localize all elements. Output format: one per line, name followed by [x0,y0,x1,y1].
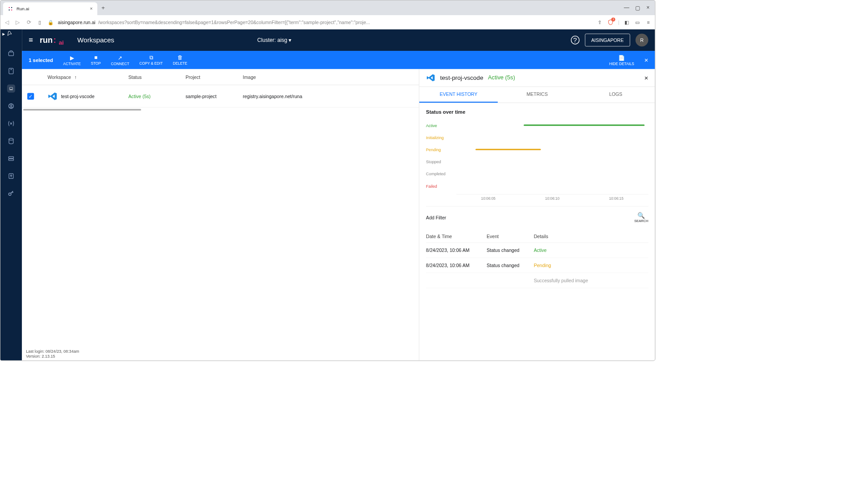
close-selection-icon[interactable]: × [645,56,649,64]
chevron-right-icon: ▶ [2,32,5,35]
hamburger-icon[interactable]: ≡ [29,36,33,45]
tenant-button[interactable]: AISINGAPORE [585,34,630,47]
event-row: 8/24/2023, 10:06 AMStatus changedActive [426,243,648,258]
nav-reload-icon[interactable]: ⟳ [25,17,33,26]
status-over-time-title: Status over time [426,109,648,115]
help-icon[interactable]: ? [570,36,579,45]
bookmark-icon[interactable]: ▯ [37,19,43,25]
tab-logs[interactable]: LOGS [576,87,655,103]
search-icon: 🔍 [637,212,645,219]
event-row: 8/24/2023, 10:06 AMStatus changedPending [426,258,648,273]
browser-titlebar: Run.ai × + — ▢ × [0,0,655,15]
details-status: Active (5s) [488,74,515,81]
browser-tab[interactable]: Run.ai × [3,2,97,15]
window-close-icon[interactable]: × [646,4,649,11]
rail-brain-icon[interactable] [7,102,15,110]
ev-col-details: Details [534,234,649,239]
sidepanel-icon[interactable]: ◧ [624,19,630,25]
search-button[interactable]: 🔍 SEARCH [634,212,648,223]
connect-icon: ↗ [118,54,122,61]
rail-deployments-icon[interactable] [7,67,15,75]
state-active: Active [426,123,456,128]
col-status[interactable]: Status [123,74,180,79]
rail-jobs-icon[interactable] [7,49,15,58]
details-icon: 📄 [618,54,625,61]
browser-toolbar: ◁ ▷ ⟳ ▯ 🔒 aisingapore.run.ai /workspaces… [0,15,655,29]
details-title: test-proj-vscode [440,74,484,81]
vscode-icon [47,91,58,101]
rail-secrets-icon[interactable] [7,190,15,198]
menu-icon[interactable]: ≡ [645,19,652,25]
hide-details-button[interactable]: 📄HIDE DETAILS [609,54,634,66]
col-project[interactable]: Project [180,74,237,79]
stop-icon: ■ [94,54,97,61]
lock-icon: 🔒 [47,19,54,25]
svg-point-14 [8,193,11,196]
copy-icon: ⧉ [149,54,153,61]
sort-asc-icon: ↑ [74,74,77,79]
table-scrollbar[interactable] [22,107,419,112]
add-filter-label[interactable]: Add Filter [426,214,446,220]
side-rail [0,29,22,361]
ev-col-datetime: Date & Time [426,234,487,239]
version: Version: 2.13.15 [26,354,79,359]
rail-x-icon[interactable] [7,120,15,128]
window-maximize-icon[interactable]: ▢ [635,4,640,11]
connect-button[interactable]: ↗CONNECT [111,54,129,66]
tab-metrics[interactable]: METRICS [498,87,576,103]
app-header: ≡ run: ai Workspaces Cluster: aisg ▾ ? A… [22,29,655,51]
nav-back-icon[interactable]: ◁ [4,17,10,26]
page-title: Workspaces [77,36,114,44]
logo-ai: ai [59,39,64,46]
url-domain: aisingapore.run.ai [58,19,95,25]
tab-favicon [8,6,13,12]
wallet-icon[interactable]: ▭ [634,19,641,25]
chevron-down-icon: ▾ [289,37,291,43]
tab-close-icon[interactable]: × [90,6,92,12]
rail-credentials-icon[interactable] [7,172,15,180]
delete-button[interactable]: 🗑DELETE [173,54,187,65]
col-workspace[interactable]: Workspace ↑ [42,74,123,79]
timeline-active-bar [524,124,645,126]
timeline-axis: 10:06:05 10:06:10 10:06:15 [456,194,648,201]
svg-point-3 [11,9,12,10]
rail-workspaces-icon[interactable] [7,85,15,93]
row-name: test-proj-vscode [61,94,95,99]
last-login: Last login: 08/24/23, 08:34am [26,349,79,354]
sidebar-expand-handle[interactable]: ▶ [2,31,12,37]
rail-datastore-icon[interactable] [7,137,15,145]
tab-event-history[interactable]: EVENT HISTORY [419,87,498,103]
nav-forward-icon[interactable]: ▷ [14,17,21,26]
timeline-pending-bar [475,149,541,150]
rail-compute-icon[interactable] [7,155,15,163]
share-icon[interactable]: ⇪ [596,19,603,25]
address-bar[interactable]: aisingapore.run.ai /workspaces?sortBy=na… [58,19,592,25]
state-stopped: Stopped [426,160,456,165]
shield-icon[interactable]: 1 [608,19,614,25]
table-row[interactable]: ✓ test-proj-vscode Active (5s) sample-pr… [22,85,419,107]
stop-button[interactable]: ■STOP [91,54,101,65]
svg-point-13 [11,175,12,176]
url-path: /workspaces?sortBy=name&descending=false… [98,19,370,25]
new-tab-button[interactable]: + [101,4,105,11]
copy-edit-button[interactable]: ⧉COPY & EDIT [139,54,162,65]
row-status: Active (5s) [123,94,180,99]
cluster-selector[interactable]: Cluster: aisg ▾ [257,37,291,43]
tab-title: Run.ai [17,6,90,11]
workspace-table: Workspace ↑ Status Project Image ✓ test-… [22,69,419,361]
state-completed: Completed [426,172,456,177]
svg-rect-11 [8,159,13,160]
trash-icon: 🗑 [178,54,183,61]
row-project: sample-project [180,94,237,99]
svg-rect-10 [8,157,13,158]
window-minimize-icon[interactable]: — [624,4,629,11]
ev-col-event: Event [487,234,534,239]
user-avatar[interactable]: R [636,34,649,47]
svg-point-0 [9,7,10,8]
row-checkbox[interactable]: ✓ [27,93,34,99]
close-panel-icon[interactable]: × [645,74,649,82]
col-image[interactable]: Image [237,74,419,79]
event-row-partial: Successfully pulled image [426,273,648,288]
state-initializing: Initializing [426,136,456,140]
activate-button[interactable]: ▶ACTIVATE [63,54,81,66]
